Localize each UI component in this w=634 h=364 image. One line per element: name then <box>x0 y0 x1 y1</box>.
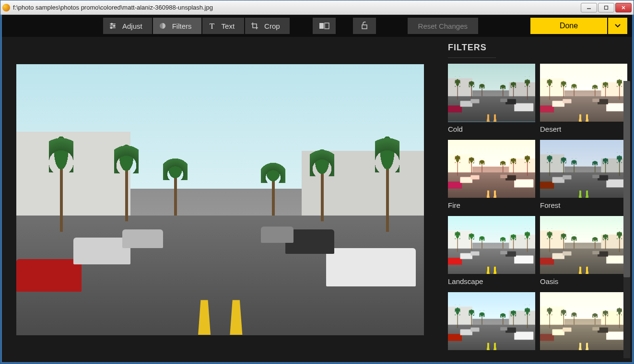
main-photo <box>448 216 535 274</box>
app-window: f:\photo samples\photos promo\colored\ma… <box>0 0 634 364</box>
sliders-icon <box>109 22 117 30</box>
main-photo <box>448 292 535 350</box>
filter-label: Oasis <box>540 274 627 290</box>
filter-thumbnail <box>540 216 627 274</box>
filter-thumbnail <box>448 216 535 274</box>
canvas-area[interactable] <box>2 37 438 362</box>
text-icon <box>208 22 216 30</box>
filter-thumbnail <box>540 292 627 351</box>
filters-panel: FILTERS <box>438 37 632 362</box>
svg-rect-11 <box>319 23 324 29</box>
reset-changes-button[interactable]: Reset Changes <box>408 18 478 34</box>
filter-item[interactable] <box>448 292 535 351</box>
main-photo <box>448 140 535 198</box>
done-dropdown[interactable] <box>608 18 627 34</box>
filters-scrollbar[interactable] <box>623 81 630 358</box>
svg-rect-12 <box>325 23 329 29</box>
compare-button[interactable] <box>313 18 336 34</box>
filter-label: Landscape <box>448 274 535 290</box>
filter-fire[interactable]: Fire <box>448 140 535 214</box>
filter-oasis[interactable]: Oasis <box>540 216 627 290</box>
reset-label: Reset Changes <box>418 22 468 30</box>
main-photo <box>16 64 424 335</box>
tool-tabs: Adjust Filters Text <box>103 18 290 34</box>
filter-thumbnail <box>448 64 535 122</box>
filter-landscape[interactable]: Landscape <box>448 216 535 290</box>
filter-label: Desert <box>540 122 627 138</box>
tab-label: Adjust <box>122 22 142 30</box>
filter-thumbnail <box>540 140 627 198</box>
main-photo <box>540 292 627 350</box>
svg-point-5 <box>111 23 112 24</box>
tab-adjust[interactable]: Adjust <box>103 18 152 34</box>
window-title: f:\photo samples\photos promo\colored\ma… <box>13 4 581 11</box>
toolbar: Adjust Filters Text <box>2 15 632 37</box>
tab-crop[interactable]: Crop <box>245 18 290 34</box>
svg-rect-1 <box>605 6 608 9</box>
titlebar[interactable]: f:\photo samples\photos promo\colored\ma… <box>0 0 634 15</box>
minimize-button[interactable] <box>581 3 597 12</box>
svg-point-9 <box>110 27 112 28</box>
tab-text[interactable]: Text <box>202 18 245 34</box>
filter-thumbnail <box>448 140 535 198</box>
svg-point-7 <box>113 25 115 26</box>
filter-forest[interactable]: Forest <box>540 140 627 214</box>
tab-label: Text <box>222 22 235 30</box>
app-icon <box>2 4 10 11</box>
tab-label: Crop <box>264 22 280 30</box>
filter-thumbnail <box>448 292 535 351</box>
chevron-down-icon <box>615 24 621 28</box>
filters-grid[interactable]: Cold <box>448 64 632 362</box>
rotate-icon <box>360 22 369 30</box>
main-photo <box>540 64 627 122</box>
app-body: Adjust Filters Text <box>0 15 634 364</box>
scrollbar-thumb[interactable] <box>623 81 630 277</box>
tab-label: Filters <box>172 22 192 30</box>
main-photo <box>448 64 535 122</box>
main-photo <box>540 216 627 274</box>
tab-filters[interactable]: Filters <box>153 18 201 34</box>
done-button[interactable]: Done <box>530 18 607 34</box>
svg-rect-13 <box>362 25 367 29</box>
filter-desert[interactable]: Desert <box>540 64 627 138</box>
filter-label: Fire <box>448 198 535 214</box>
rotate-button[interactable] <box>353 18 376 34</box>
filter-circle-icon <box>159 22 166 30</box>
filter-cold[interactable]: Cold <box>448 64 535 138</box>
main-photo <box>540 140 627 198</box>
filter-label: Forest <box>540 198 627 214</box>
panel-title: FILTERS <box>448 43 496 58</box>
compare-icon <box>319 23 329 29</box>
filter-item[interactable] <box>540 292 627 351</box>
crop-icon <box>251 22 258 30</box>
done-label: Done <box>560 22 578 30</box>
content-area: FILTERS <box>2 37 632 362</box>
close-button[interactable] <box>615 3 632 12</box>
maximize-button[interactable] <box>598 3 614 12</box>
filter-label: Cold <box>448 122 535 138</box>
filter-thumbnail <box>540 64 627 122</box>
